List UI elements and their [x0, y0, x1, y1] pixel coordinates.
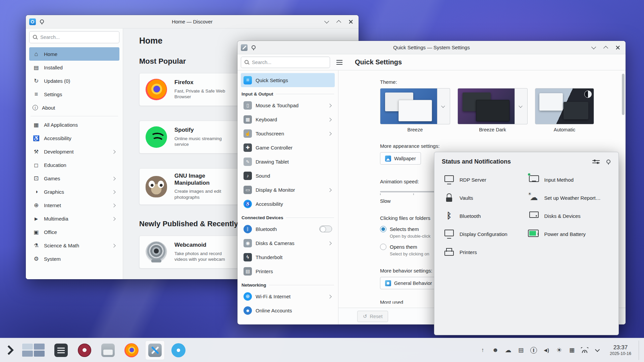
theme-card[interactable]: [535, 88, 594, 124]
show-desktop-button[interactable]: [639, 341, 642, 360]
sidebar-item[interactable]: Settings: [29, 87, 119, 101]
sidebar-item[interactable]: Bluetooth: [241, 222, 335, 236]
task-button[interactable]: [98, 341, 118, 360]
sidebar-item[interactable]: Science & Math: [29, 239, 119, 252]
close-button[interactable]: [613, 43, 622, 52]
sidebar-item[interactable]: Printers: [241, 264, 335, 278]
sidebar-item[interactable]: Accessibility: [241, 197, 335, 211]
theme-dropdown-button[interactable]: [515, 88, 528, 124]
pin-icon[interactable]: [606, 159, 611, 165]
tray-item[interactable]: [578, 343, 591, 358]
sidebar-item[interactable]: Quick Settings: [241, 73, 335, 87]
desktop-3-cell[interactable]: [22, 351, 33, 357]
chevron-down-icon: [442, 105, 445, 108]
opens-them-radio[interactable]: [380, 244, 386, 250]
sidebar-item[interactable]: Multimedia: [29, 212, 119, 225]
sidebar-item[interactable]: Thunderbolt: [241, 250, 335, 264]
tray-item[interactable]: [553, 343, 566, 358]
sidebar-item[interactable]: About: [29, 101, 119, 114]
scrollbar-thumb[interactable]: [622, 74, 625, 115]
task-button[interactable]: [122, 341, 141, 360]
tray-item[interactable]: [476, 343, 489, 358]
status-item[interactable]: Input Method: [527, 171, 611, 189]
status-item[interactable]: Display Configuration: [442, 225, 527, 243]
sidebar-item[interactable]: Touchscreen: [241, 126, 335, 140]
sidebar-item[interactable]: Mouse & Touchpad: [241, 98, 335, 112]
tray-item[interactable]: [566, 343, 578, 358]
desktop-1-cell[interactable]: [22, 344, 33, 350]
theme-card[interactable]: [458, 88, 515, 124]
sidebar-item[interactable]: Wi-Fi & Internet: [241, 289, 335, 303]
sidebar-item[interactable]: All Applications: [29, 118, 119, 131]
theme-dropdown-button[interactable]: [437, 88, 450, 124]
wifi-internet-icon: [244, 292, 252, 301]
task-button[interactable]: [145, 341, 165, 360]
task-button[interactable]: [169, 341, 188, 360]
maximize-button[interactable]: [334, 17, 343, 26]
discover-titlebar[interactable]: Home — Discover: [26, 15, 359, 28]
sidebar-item[interactable]: Keyboard: [241, 112, 335, 126]
sidebar-item[interactable]: Office: [29, 225, 119, 239]
minimize-button[interactable]: [322, 17, 331, 26]
digital-clock[interactable]: 23:37 2025-10-16: [604, 344, 637, 356]
sidebar-item[interactable]: Games: [29, 172, 119, 185]
tray-item[interactable]: [515, 343, 527, 358]
close-button[interactable]: [346, 17, 355, 26]
task-button[interactable]: [75, 341, 94, 360]
sidebar-item[interactable]: Sound: [241, 169, 335, 183]
tray-item[interactable]: [489, 343, 502, 358]
wifi-tray-icon: [581, 347, 588, 353]
disks-cameras-icon: [244, 239, 252, 247]
bluetooth-mono-icon: [444, 210, 454, 221]
status-item[interactable]: Disks & Devices: [527, 207, 611, 225]
bluetooth-toggle[interactable]: [319, 226, 332, 232]
status-item[interactable]: Power and Battery: [527, 225, 611, 243]
desktop-2-cell[interactable]: [34, 344, 45, 350]
minimize-button[interactable]: [589, 43, 598, 52]
sidebar-item[interactable]: Disks & Cameras: [241, 236, 335, 250]
settings-header: Quick Settings: [237, 54, 626, 70]
theme-card[interactable]: [380, 88, 437, 124]
desktop-4-cell[interactable]: [34, 351, 45, 357]
sidebar-item[interactable]: Game Controller: [241, 140, 335, 155]
virtual-desktop-pager[interactable]: [21, 343, 45, 357]
search-input[interactable]: [252, 60, 326, 65]
sidebar-item[interactable]: Education: [29, 158, 119, 172]
task-button[interactable]: [51, 341, 71, 360]
sidebar-item[interactable]: Accessibility: [29, 131, 119, 145]
system-settings-app-icon: [241, 44, 248, 51]
selects-them-label: Selects them: [390, 226, 419, 232]
wallpaper-button[interactable]: Wallpaper: [380, 152, 421, 165]
status-item[interactable]: Bluetooth: [442, 207, 527, 225]
status-item[interactable]: Printers: [442, 243, 527, 261]
sidebar-item[interactable]: Internet: [29, 198, 119, 212]
sidebar-item[interactable]: System: [29, 252, 119, 265]
configure-icon[interactable]: [592, 159, 600, 165]
status-item[interactable]: RDP Server: [442, 171, 527, 189]
status-item[interactable]: Set up Weather Report…: [527, 189, 611, 207]
discover-searchbox[interactable]: [29, 31, 119, 43]
tray-item[interactable]: [591, 343, 604, 358]
sidebar-item[interactable]: Drawing Tablet: [241, 155, 335, 169]
tray-item[interactable]: [502, 343, 515, 358]
maximize-button[interactable]: [601, 43, 610, 52]
sidebar-item[interactable]: Online Accounts: [241, 303, 335, 317]
sidebar-item[interactable]: Updates (0): [29, 74, 119, 87]
app-launcher-icon[interactable]: [2, 342, 18, 358]
status-item[interactable]: Vaults: [442, 189, 527, 207]
general-behavior-button[interactable]: General Behavior: [380, 277, 437, 289]
settings-searchbox[interactable]: [241, 57, 330, 68]
reset-button[interactable]: Reset: [357, 311, 388, 322]
tray-item[interactable]: [540, 343, 553, 358]
system-settings-titlebar[interactable]: Quick Settings — System Settings: [237, 41, 626, 54]
sidebar-item[interactable]: Graphics: [29, 185, 119, 198]
sidebar-item[interactable]: Installed: [29, 61, 119, 74]
search-input[interactable]: [40, 35, 116, 40]
tray-item[interactable]: [527, 343, 540, 358]
weather-icon: [529, 192, 539, 203]
selects-them-radio[interactable]: [380, 226, 386, 232]
sidebar-item[interactable]: Display & Monitor: [241, 183, 335, 197]
sidebar-item[interactable]: Development: [29, 145, 119, 158]
sidebar-item[interactable]: Home: [29, 47, 119, 61]
menu-button[interactable]: [333, 56, 345, 68]
